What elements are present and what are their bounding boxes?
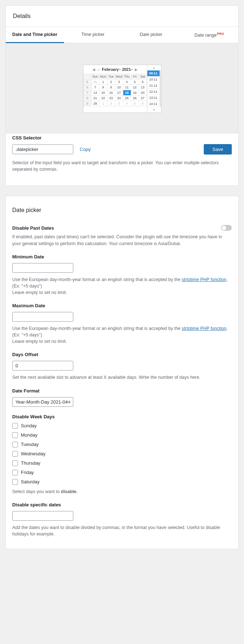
checkbox-thursday[interactable] xyxy=(12,460,18,466)
datepicker-title: Date picker xyxy=(12,207,232,213)
date-format-select[interactable]: Year-Month-Day 2021-04-0 xyxy=(12,397,73,407)
details-title: Details xyxy=(6,6,238,27)
checkbox-tuesday[interactable] xyxy=(12,442,18,447)
days-offset-help: Set the next available slot to advance a… xyxy=(12,374,232,381)
tab-time-picker[interactable]: Time picker xyxy=(64,27,122,43)
tab-date-picker[interactable]: Date picker xyxy=(122,27,180,43)
disable-weekdays-label: Disable Week Days xyxy=(12,414,232,419)
days-offset-label: Days Offset xyxy=(12,352,232,357)
checkbox-wednesday[interactable] xyxy=(12,451,18,457)
css-selector-label: CSS Selector xyxy=(12,135,232,141)
checkbox-sunday[interactable] xyxy=(12,423,18,429)
details-panel: Details Date and Time picker Time picker… xyxy=(5,5,239,186)
prev-month-icon[interactable]: ◀ xyxy=(92,68,95,72)
datepicker-panel: Date picker Disable Past Dates If enable… xyxy=(5,196,239,549)
time-down-icon[interactable]: ▼ xyxy=(147,107,161,112)
strtotime-link[interactable]: strtotime PHP function xyxy=(182,277,226,282)
tab-date-time-picker[interactable]: Date and Time picker xyxy=(6,27,64,43)
disable-specific-label: Disable specific dates xyxy=(12,502,232,507)
min-date-input[interactable] xyxy=(12,263,73,273)
checkbox-friday[interactable] xyxy=(12,470,18,475)
checkbox-saturday[interactable] xyxy=(12,479,18,485)
css-selector-input[interactable] xyxy=(12,144,73,154)
max-date-input[interactable] xyxy=(12,312,73,322)
checkbox-monday[interactable] xyxy=(12,432,18,438)
days-offset-input[interactable] xyxy=(12,361,73,371)
disable-past-toggle[interactable] xyxy=(221,225,232,231)
calendar-grid: Sun Mon Tue Wed Thu Fri Sat 5 31 1 2 3 xyxy=(83,74,147,106)
save-button[interactable]: Save xyxy=(204,144,232,155)
css-selector-help: Selector of the input field you want to … xyxy=(12,160,232,172)
min-date-label: Minimum Date xyxy=(12,254,232,259)
next-month-icon[interactable]: ▶ xyxy=(135,68,138,72)
disable-past-help: If enabled, past dates (and times) can't… xyxy=(12,234,232,247)
disable-specific-help: Add the dates you want to disable divide… xyxy=(12,524,232,537)
home-icon[interactable]: ⌂ xyxy=(97,67,100,72)
time-up-icon[interactable]: ▲ xyxy=(147,65,161,70)
copy-link[interactable]: Copy xyxy=(80,147,91,152)
max-date-label: Maximum Date xyxy=(12,303,232,308)
disable-past-label: Disable Past Dates xyxy=(12,225,54,231)
tabs: Date and Time picker Time picker Date pi… xyxy=(6,27,238,43)
calendar-widget: ◀ ⌂ February▾ 2021▾ ▶ Sun Mon Tue Wed xyxy=(83,65,161,113)
date-format-label: Date Format xyxy=(12,388,232,394)
strtotime-link-2[interactable]: strtotime PHP function xyxy=(182,326,226,331)
disable-specific-input[interactable] xyxy=(12,511,73,521)
calendar-preview: ◀ ⌂ February▾ 2021▾ ▶ Sun Mon Tue Wed xyxy=(6,43,238,134)
tab-date-range[interactable]: Date rangePRO xyxy=(180,27,238,43)
